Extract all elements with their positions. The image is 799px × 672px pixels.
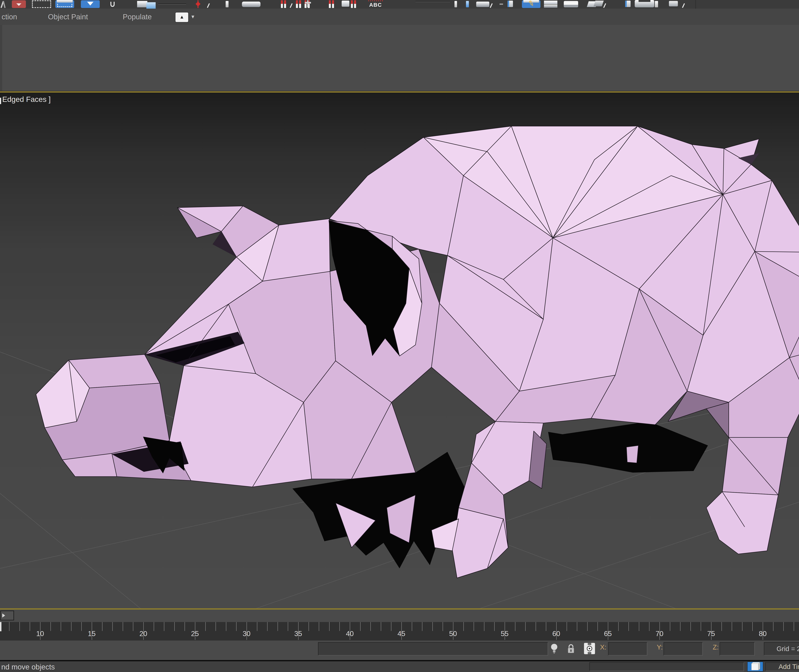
tab-populate[interactable]: Populate bbox=[123, 9, 152, 25]
flyout-slash-icon-2[interactable] bbox=[289, 0, 293, 8]
selection-arrow-icon-active[interactable] bbox=[81, 0, 100, 8]
viewport-shading-label[interactable]: Edged Faces ] bbox=[2, 95, 51, 104]
select-object-icon-active[interactable] bbox=[55, 0, 74, 8]
ruler-minor-tick bbox=[525, 622, 526, 631]
align-bar-icon[interactable] bbox=[466, 1, 469, 7]
select-and-move-icon-active[interactable] bbox=[239, 0, 263, 8]
ruler-minor-tick bbox=[133, 622, 133, 631]
viewport-canvas[interactable] bbox=[0, 93, 799, 608]
ruler-minor-tick bbox=[670, 622, 670, 631]
status-bar: X: Y: Z: Grid = 25,4cm A bbox=[0, 640, 799, 660]
ribbon-minimize-button[interactable]: ▲ bbox=[175, 12, 189, 22]
ruler-minor-tick bbox=[618, 622, 619, 631]
ruler-minor-tick bbox=[629, 622, 629, 631]
separator-dash-icon[interactable] bbox=[499, 3, 503, 5]
coord-field-z[interactable] bbox=[720, 642, 755, 656]
tab-selection-partial[interactable]: ction bbox=[2, 9, 17, 25]
time-slider-handle[interactable] bbox=[0, 611, 14, 621]
ruler-minor-tick bbox=[701, 622, 701, 631]
flyout-slash-icon-4[interactable] bbox=[603, 0, 605, 8]
toolbar-fragment-icon[interactable] bbox=[0, 0, 7, 8]
add-time-tag-button[interactable]: Add Time Tag bbox=[765, 662, 799, 671]
timeline-frame-label: 75 bbox=[701, 630, 721, 638]
ruler-minor-tick bbox=[360, 622, 361, 631]
isolate-selection-lightbulb-icon[interactable] bbox=[550, 643, 558, 654]
viewport-active-border-bottom bbox=[0, 608, 799, 610]
render-production-icon[interactable] bbox=[669, 1, 678, 6]
graphite-ribbon-toggle-icon-active[interactable]: ✎ bbox=[522, 0, 541, 8]
tab-object-paint[interactable]: Object Paint bbox=[48, 9, 88, 25]
timeline-frame-label: 55 bbox=[495, 630, 514, 638]
material-editor-icon[interactable] bbox=[588, 0, 603, 8]
snap-toggle-icon[interactable] bbox=[280, 0, 288, 8]
rectangular-selection-region-icon[interactable] bbox=[32, 0, 51, 8]
ruler-minor-tick bbox=[742, 622, 743, 631]
spinner-snap-bars-icon[interactable] bbox=[350, 0, 358, 8]
spinner-snap-box-icon[interactable] bbox=[342, 1, 349, 7]
toggle-ribbon-mini-icon[interactable] bbox=[507, 1, 513, 7]
timeline-frame-label: 50 bbox=[443, 630, 463, 638]
schematic-view-icon[interactable] bbox=[564, 1, 578, 7]
ruler-minor-tick bbox=[690, 622, 691, 631]
angle-snap-bars-icon[interactable] bbox=[295, 0, 303, 8]
curve-editor-icon[interactable] bbox=[543, 0, 558, 8]
timeline-frame-label: 30 bbox=[237, 630, 256, 638]
window-crossing-toggle-icon[interactable] bbox=[137, 0, 156, 8]
render-setup-mini-icon[interactable] bbox=[625, 1, 631, 7]
ruler-minor-tick bbox=[319, 622, 319, 631]
mirror-bar-icon[interactable] bbox=[454, 1, 457, 7]
ruler-minor-tick bbox=[432, 622, 433, 631]
timeline-frame-label: 80 bbox=[753, 630, 772, 638]
track-bar-ruler[interactable]: 1015202530354045505560657075808590 bbox=[0, 622, 799, 640]
cube-icon bbox=[748, 662, 763, 671]
ruler-minor-tick bbox=[278, 622, 278, 631]
separator-bar-icon[interactable] bbox=[226, 1, 228, 7]
flyout-slash-icon[interactable] bbox=[205, 0, 211, 8]
ruler-minor-tick bbox=[773, 622, 773, 631]
angle-snap-icon[interactable] bbox=[303, 0, 312, 8]
selection-lock-icon[interactable] bbox=[567, 643, 575, 654]
render-setup-icon[interactable] bbox=[635, 0, 654, 7]
timeline-frame-label: 45 bbox=[392, 630, 411, 638]
layer-manager-icon[interactable] bbox=[476, 2, 489, 7]
flyout-slash-icon-5[interactable] bbox=[682, 0, 684, 8]
percent-snap-icon[interactable] bbox=[328, 0, 335, 8]
ruler-minor-tick bbox=[81, 622, 82, 631]
ruler-minor-tick bbox=[226, 622, 226, 631]
ruler-minor-tick bbox=[371, 622, 371, 631]
ruler-minor-tick bbox=[443, 622, 443, 631]
coord-field-x[interactable] bbox=[608, 642, 647, 656]
edit-named-selections-abc-icon[interactable]: ABC bbox=[368, 0, 383, 9]
ruler-minor-tick bbox=[185, 622, 185, 631]
time-tag-box-button[interactable] bbox=[747, 662, 763, 672]
ruler-minor-tick bbox=[577, 622, 577, 631]
perspective-viewport[interactable]: Edged Faces ] bbox=[0, 93, 799, 608]
coord-field-y[interactable] bbox=[664, 642, 703, 656]
render-frame-bar-icon[interactable] bbox=[655, 1, 658, 7]
selection-set-dropdown-edge[interactable] bbox=[416, 1, 450, 2]
timeline-frame-label: 20 bbox=[134, 630, 153, 638]
ruler-minor-tick bbox=[484, 622, 485, 631]
flyout-slash-icon-3[interactable] bbox=[489, 0, 492, 8]
ruler-minor-tick bbox=[154, 622, 154, 631]
time-tag-status-field bbox=[589, 662, 744, 671]
lasso-selection-icon[interactable]: ∪ bbox=[104, 0, 121, 8]
ruler-minor-tick bbox=[50, 622, 51, 631]
ribbon-dropdown-arrow-icon[interactable]: ▼ bbox=[191, 14, 195, 19]
time-slider-track[interactable] bbox=[0, 610, 799, 622]
snap-pin-icon[interactable] bbox=[194, 0, 202, 8]
named-selection-set-field[interactable] bbox=[158, 3, 186, 5]
ruler-left-sliver bbox=[0, 622, 2, 631]
ruler-minor-tick bbox=[112, 622, 113, 631]
absolute-mode-transform-icon[interactable] bbox=[584, 642, 595, 654]
prompt-message: nd move objects bbox=[1, 662, 55, 671]
timeline-frame-label: 35 bbox=[289, 630, 308, 638]
ruler-minor-tick bbox=[566, 622, 567, 631]
red-tool-icon[interactable] bbox=[12, 0, 26, 8]
coord-label-x: X: bbox=[600, 643, 606, 651]
timeline-frame-label: 40 bbox=[340, 630, 359, 638]
ruler-minor-tick bbox=[412, 622, 412, 631]
ruler-minor-tick bbox=[308, 622, 309, 631]
ruler-minor-tick bbox=[205, 622, 206, 631]
ruler-minor-tick bbox=[30, 622, 30, 631]
